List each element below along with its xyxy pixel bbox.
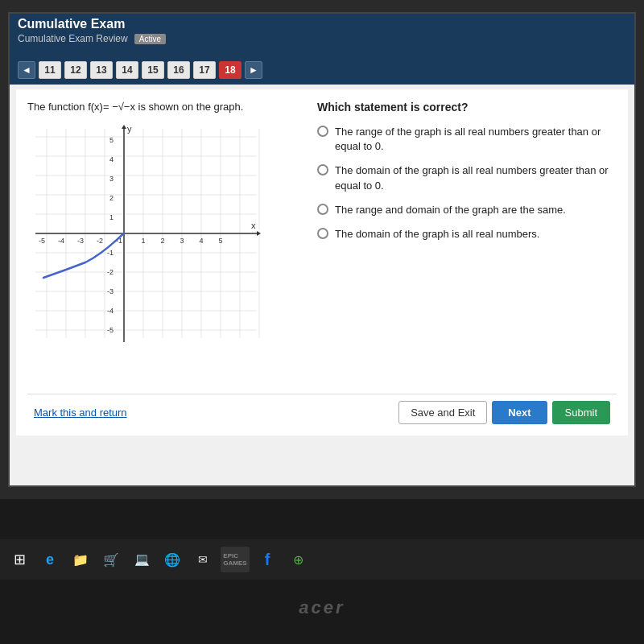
svg-text:3: 3 <box>180 237 184 245</box>
taskbar-xbox-icon[interactable]: ⊕ <box>285 547 311 572</box>
svg-text:1: 1 <box>141 237 145 245</box>
acer-logo: acer <box>299 597 345 618</box>
option-text-3: The range and domain of the graph are th… <box>335 203 566 217</box>
nav-num-16[interactable]: 16 <box>167 61 190 79</box>
svg-text:2: 2 <box>160 237 164 245</box>
taskbar-epic-icon[interactable]: EPICGAMES <box>221 547 250 572</box>
option-text-1: The range of the graph is all real numbe… <box>335 125 617 154</box>
taskbar-chrome-icon[interactable]: 🌐 <box>159 547 185 572</box>
taskbar-mail-icon[interactable]: ✉ <box>190 547 216 572</box>
nav-num-18[interactable]: 18 <box>219 61 242 79</box>
radio-4[interactable] <box>317 228 328 239</box>
right-panel: Which statement is correct? The range of… <box>317 101 617 389</box>
svg-text:-2: -2 <box>97 237 103 245</box>
option-text-2: The domain of the graph is all real numb… <box>335 163 617 192</box>
svg-text:5: 5 <box>109 136 114 144</box>
radio-3[interactable] <box>317 204 328 215</box>
acer-brand-area: acer <box>0 580 644 636</box>
nav-num-14[interactable]: 14 <box>116 61 138 79</box>
svg-text:3: 3 <box>109 175 114 183</box>
svg-text:-5: -5 <box>39 237 45 245</box>
footer-buttons: Save and Exit Next Submit <box>398 401 610 424</box>
svg-marker-26 <box>122 125 126 129</box>
nav-num-13[interactable]: 13 <box>90 61 113 79</box>
status-badge: Active <box>134 34 166 44</box>
nav-num-15[interactable]: 15 <box>142 61 164 79</box>
nav-next-arrow[interactable]: ► <box>245 61 262 79</box>
nav-num-11[interactable]: 11 <box>39 61 61 79</box>
answer-option-3[interactable]: The range and domain of the graph are th… <box>317 203 617 217</box>
svg-text:-4: -4 <box>107 307 114 315</box>
question-left-text: The function f(x)= −√−x is shown on the … <box>27 101 301 113</box>
question-header: Which statement is correct? <box>317 101 617 114</box>
submit-button[interactable]: Submit <box>552 401 610 424</box>
radio-2[interactable] <box>317 164 328 175</box>
svg-text:5: 5 <box>218 237 222 245</box>
mark-return-link[interactable]: Mark this and return <box>34 407 127 419</box>
left-panel: The function f(x)= −√−x is shown on the … <box>27 101 301 389</box>
svg-text:-4: -4 <box>58 237 64 245</box>
taskbar: ⊞ e 📁 🛒 💻 🌐 ✉ EPICGAMES f ⊕ <box>0 539 644 580</box>
app-title: Cumulative Exam <box>18 17 626 31</box>
svg-text:4: 4 <box>109 155 114 163</box>
taskbar-windows-icon[interactable]: ⊞ <box>6 547 32 572</box>
taskbar-pc-icon[interactable]: 💻 <box>129 547 155 572</box>
taskbar-folder-icon[interactable]: 📁 <box>68 547 93 572</box>
svg-marker-25 <box>257 231 261 236</box>
nav-prev-arrow[interactable]: ◄ <box>18 61 35 79</box>
svg-text:-3: -3 <box>77 237 84 245</box>
svg-text:-1: -1 <box>107 249 114 257</box>
svg-text:2: 2 <box>109 194 114 202</box>
svg-text:-5: -5 <box>107 326 114 334</box>
footer-bar: Mark this and return Save and Exit Next … <box>27 394 617 424</box>
nav-bar: ◄ 11 12 13 14 15 16 17 18 ► <box>10 56 634 85</box>
taskbar-f-icon[interactable]: f <box>254 547 280 572</box>
graph-container: x y -5 -4 -3 -2 -1 1 2 <box>27 121 269 354</box>
answer-option-2[interactable]: The domain of the graph is all real numb… <box>317 163 617 192</box>
taskbar-store-icon[interactable]: 🛒 <box>98 547 124 572</box>
option-text-4: The domain of the graph is all real numb… <box>335 227 539 242</box>
svg-text:-3: -3 <box>107 287 114 295</box>
svg-text:-2: -2 <box>107 268 114 276</box>
nav-num-17[interactable]: 17 <box>193 61 216 79</box>
answer-option-4[interactable]: The domain of the graph is all real numb… <box>317 227 617 242</box>
next-button[interactable]: Next <box>492 401 547 424</box>
main-content: The function f(x)= −√−x is shown on the … <box>16 89 628 436</box>
save-exit-button[interactable]: Save and Exit <box>398 401 487 424</box>
radio-1[interactable] <box>317 126 328 137</box>
svg-text:4: 4 <box>199 237 203 245</box>
app-subtitle: Cumulative Exam Review <box>18 33 128 44</box>
nav-num-12[interactable]: 12 <box>64 61 87 79</box>
function-graph: x y -5 -4 -3 -2 -1 1 2 <box>27 121 261 346</box>
answer-option-1[interactable]: The range of the graph is all real numbe… <box>317 125 617 154</box>
taskbar-edge-icon[interactable]: e <box>37 547 63 572</box>
svg-text:1: 1 <box>109 213 114 221</box>
svg-text:x: x <box>251 221 256 230</box>
svg-text:y: y <box>127 124 132 134</box>
